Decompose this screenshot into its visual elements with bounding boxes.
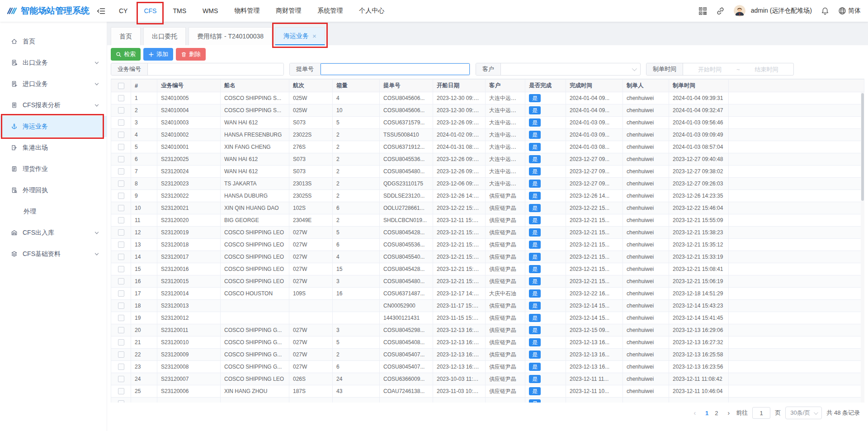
sidebar-collapse-icon[interactable]: [97, 8, 105, 14]
sidebar-item-cfs-warehouse[interactable]: CFS出入库: [0, 222, 107, 243]
row-checkbox[interactable]: [118, 132, 124, 138]
language-switcher[interactable]: 简体: [838, 7, 861, 15]
table-row[interactable]: 14S23120017COSCO SHIPPING LEO027W4COSU80…: [111, 251, 864, 263]
table-row[interactable]: 4S24010002HANSA FRESENBURG23022S2TSSU500…: [111, 129, 864, 141]
table-row[interactable]: 3S24010003WAN HAI 612S0735COSU6371579...…: [111, 117, 864, 129]
row-checkbox[interactable]: [118, 327, 124, 333]
sidebar-item-cfs-report[interactable]: CFS报表分析: [0, 95, 107, 116]
table-row[interactable]: 1S24010005COSCO SHIPPING S...025W4COSU80…: [111, 92, 864, 104]
sidebar-item-port-exit[interactable]: 集港出场: [0, 137, 107, 158]
table-row[interactable]: 24S23120007COSCO SHIPPING LEO026S24COSU6…: [111, 373, 864, 385]
row-checkbox[interactable]: [118, 351, 124, 358]
bell-icon[interactable]: [821, 7, 829, 15]
next-page-arrow[interactable]: ›: [726, 409, 732, 417]
table-row-partial[interactable]: 是: [111, 398, 864, 403]
row-checkbox[interactable]: [118, 266, 124, 272]
table-row[interactable]: 17S23120014COSCO HOUSTON109S16COSU637148…: [111, 288, 864, 300]
table-row[interactable]: 7S23120024WAN HAI 612S0732COSU8045480...…: [111, 166, 864, 178]
nav-item-cy[interactable]: CY: [119, 7, 127, 14]
sidebar-item-tally-work[interactable]: 理货作业: [0, 158, 107, 180]
row-checkbox[interactable]: [118, 107, 124, 114]
add-button[interactable]: 添加: [143, 48, 173, 61]
table-row[interactable]: 19S231200121443001214312023-11-15 15:00:…: [111, 312, 864, 324]
delete-button[interactable]: 删除: [176, 48, 206, 61]
sidebar-item-home[interactable]: 首页: [0, 31, 107, 52]
biz-no-input[interactable]: [148, 63, 283, 75]
tab-home[interactable]: 首页: [111, 27, 141, 45]
row-checkbox[interactable]: [118, 315, 124, 321]
sidebar-item-waili-receipt[interactable]: 外理回执: [0, 180, 107, 201]
row-checkbox[interactable]: [118, 278, 124, 284]
sidebar-item-import-business[interactable]: 进口业务: [0, 73, 107, 95]
goto-page-input[interactable]: [752, 407, 770, 419]
table-row[interactable]: 9S23120022HANSA DUBURG23025S2SDDLSE23120…: [111, 190, 864, 202]
row-checkbox[interactable]: [118, 95, 124, 101]
row-checkbox[interactable]: [118, 364, 124, 370]
user-avatar[interactable]: [734, 5, 745, 17]
user-name[interactable]: admin (远洋仓配堆场): [751, 7, 812, 15]
row-checkbox[interactable]: [118, 193, 124, 199]
sidebar-item-waili[interactable]: 外理: [0, 201, 107, 222]
close-icon[interactable]: ×: [312, 33, 316, 39]
row-checkbox[interactable]: [118, 290, 124, 297]
row-checkbox[interactable]: [118, 339, 124, 346]
end-date-input[interactable]: [740, 66, 793, 73]
row-checkbox[interactable]: [118, 205, 124, 211]
nav-item-wms[interactable]: WMS: [203, 7, 218, 14]
row-checkbox[interactable]: [118, 156, 124, 162]
table-row[interactable]: 5S24010001XIN FANG CHENG276S2COSU6371912…: [111, 141, 864, 153]
row-checkbox[interactable]: [118, 119, 124, 126]
table-row[interactable]: 8S23120023TS JAKARTA23013S2QDGS231101752…: [111, 178, 864, 190]
table-row[interactable]: 11S23120020BIG GEORGE23049E2SHDLCBCN019.…: [111, 214, 864, 227]
row-checkbox[interactable]: [118, 168, 124, 175]
search-button[interactable]: 检索: [111, 48, 141, 61]
row-checkbox[interactable]: [118, 388, 124, 394]
row-checkbox[interactable]: [118, 217, 124, 223]
nav-item-personal[interactable]: 个人中心: [359, 7, 384, 15]
row-checkbox[interactable]: [118, 303, 124, 309]
table-row[interactable]: 21S23120010COSCO SHIPPING G...027W5COSU8…: [111, 336, 864, 349]
row-checkbox[interactable]: [118, 242, 124, 248]
nav-item-system[interactable]: 系统管理: [317, 7, 343, 15]
table-row[interactable]: 16S23120015COSCO SHIPPING LEO027W3COSU80…: [111, 275, 864, 288]
table-row[interactable]: 2S24010004COSCO SHIPPING S...025W10COSU8…: [111, 104, 864, 117]
table-row[interactable]: 13S23120018COSCO SHIPPING LEO027W6COSU80…: [111, 239, 864, 251]
row-checkbox[interactable]: [118, 144, 124, 150]
sidebar-item-sea-business[interactable]: 海运业务: [0, 116, 107, 137]
tab-export-entrust[interactable]: 出口委托: [143, 27, 186, 45]
row-checkbox[interactable]: [118, 254, 124, 260]
vertical-scrollbar[interactable]: [861, 92, 864, 403]
table-row[interactable]: 20S23120011COSCO SHIPPING G...027W3COSU8…: [111, 324, 864, 336]
table-row[interactable]: 10S23120021XIN QIN HUANG DAO102S6OOLU272…: [111, 202, 864, 214]
select-all-checkbox[interactable]: [118, 83, 124, 89]
table-row[interactable]: 23S23120008COSCO SHIPPING G...027W6COSU8…: [111, 361, 864, 373]
page-number-1[interactable]: 1: [702, 410, 712, 417]
nav-item-finance[interactable]: 商财管理: [276, 7, 301, 15]
nav-item-cfs[interactable]: CFS: [144, 7, 156, 14]
row-checkbox[interactable]: [118, 229, 124, 236]
page-size-select[interactable]: 30条/页: [785, 407, 822, 419]
qrcode-icon[interactable]: [698, 7, 707, 15]
table-row[interactable]: 18S23120013CN000529002023-11-17 15:00:00…: [111, 300, 864, 312]
sidebar-item-export-business[interactable]: 出口业务: [0, 52, 107, 73]
table-row[interactable]: 6S23120025WAN HAI 612S0732COSU8045536...…: [111, 153, 864, 166]
tab-fee-settle[interactable]: 费用结算 - T240100038: [189, 27, 272, 45]
bl-no-input[interactable]: [321, 63, 470, 75]
start-date-input[interactable]: [683, 66, 736, 73]
row-checkbox[interactable]: [118, 180, 124, 187]
customer-select[interactable]: [501, 63, 632, 75]
table-row[interactable]: 25S23120006XIN HANG ZHOU187S43COAU724613…: [111, 385, 864, 398]
table-row[interactable]: 22S23120009COSCO SHIPPING G...027W2COSU8…: [111, 349, 864, 361]
row-checkbox[interactable]: [118, 376, 124, 382]
sidebar-item-cfs-basedata[interactable]: CFS基础资料: [0, 243, 107, 265]
row-checkbox[interactable]: [118, 400, 124, 403]
table-row[interactable]: 12S23120019COSCO SHIPPING LEO027W5COSU80…: [111, 227, 864, 239]
nav-item-material[interactable]: 物料管理: [234, 7, 259, 15]
link-icon[interactable]: [716, 7, 725, 15]
scrollbar-thumb[interactable]: [861, 93, 864, 201]
page-number-2[interactable]: 2: [712, 410, 721, 417]
table-row[interactable]: 15S23120016COSCO SHIPPING LEO027W15COSU8…: [111, 263, 864, 275]
prev-page-arrow[interactable]: ‹: [692, 409, 698, 417]
nav-item-tms[interactable]: TMS: [173, 7, 186, 14]
tab-sea-business[interactable]: 海运业务×: [275, 27, 325, 45]
